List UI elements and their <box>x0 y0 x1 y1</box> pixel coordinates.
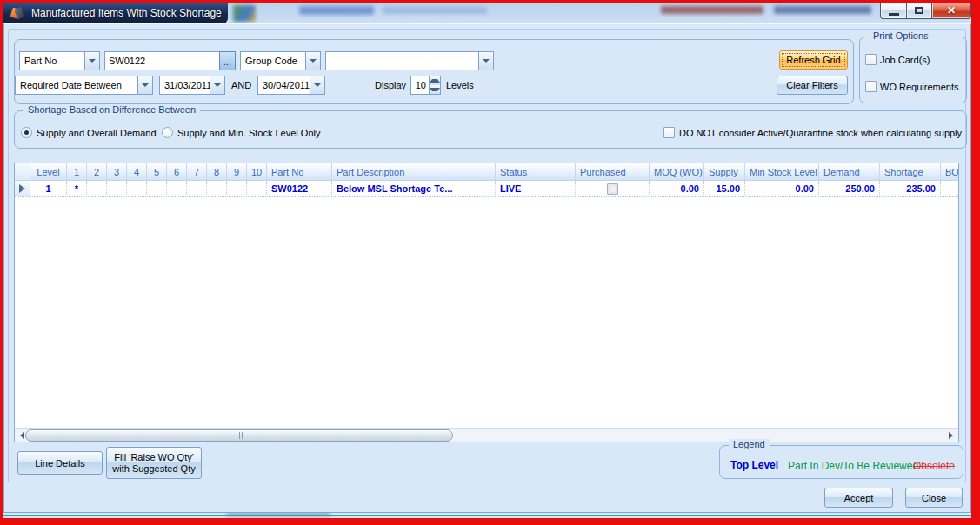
close-button[interactable]: ✕ <box>932 3 971 19</box>
dropdown-arrow-icon[interactable] <box>478 52 493 70</box>
group-code-value-combo[interactable] <box>325 51 494 70</box>
grid-header[interactable]: 7 <box>187 163 207 180</box>
grid-header[interactable]: 8 <box>207 163 227 180</box>
levels-stepper[interactable]: 10 <box>410 76 441 95</box>
ignore-active-quarantine-label[interactable]: DO NOT consider Active/Quarantine stock … <box>679 128 962 138</box>
dropdown-arrow-icon[interactable] <box>84 52 99 70</box>
grid-header[interactable]: 10 <box>247 163 267 180</box>
grid-header[interactable]: 9 <box>227 163 247 180</box>
part-no-input[interactable] <box>104 51 220 70</box>
fill-raise-wo-qty-button[interactable]: Fill 'Raise WO Qty' with Suggested Qty <box>106 447 202 479</box>
date-from-value: 31/03/2011 <box>160 80 210 90</box>
job-cards-label[interactable]: Job Card(s) <box>880 55 930 65</box>
job-cards-checkbox[interactable] <box>865 54 877 65</box>
cell-level6[interactable] <box>167 181 187 196</box>
spinner-up-icon[interactable] <box>430 76 440 85</box>
cell-demand[interactable]: 250.00 <box>819 181 880 196</box>
grid-header[interactable]: Status <box>496 163 576 180</box>
dropdown-arrow-icon[interactable] <box>137 76 152 94</box>
line-details-button[interactable]: Line Details <box>17 451 103 475</box>
date-from-picker[interactable]: 31/03/2011 <box>159 76 225 95</box>
cell-level1[interactable]: * <box>67 181 87 196</box>
print-options-groupbox: Print Options <box>859 37 967 103</box>
accept-button[interactable]: Accept <box>824 488 893 508</box>
cell-min-stock-level[interactable]: 0.00 <box>745 181 819 196</box>
dropdown-arrow-icon[interactable] <box>305 52 320 70</box>
cell-level7[interactable] <box>187 181 207 196</box>
legend-top-level: Top Level <box>730 459 778 471</box>
grid-header[interactable]: Shortage <box>880 163 941 180</box>
grid-header[interactable]: MOQ (WO) <box>650 163 704 180</box>
scroll-right-button[interactable] <box>943 429 958 442</box>
maximize-button[interactable] <box>907 3 932 19</box>
grid-header[interactable]: 5 <box>147 163 167 180</box>
supply-msl-only-label[interactable]: Supply and Min. Stock Level Only <box>177 128 320 138</box>
grid-header[interactable]: 6 <box>167 163 187 180</box>
grid-header[interactable]: Part Description <box>332 163 496 180</box>
cell-level2[interactable] <box>87 181 107 196</box>
wo-requirements-checkbox[interactable] <box>865 81 877 92</box>
row-selector[interactable] <box>15 181 30 196</box>
dropdown-arrow-icon[interactable] <box>210 76 224 94</box>
grid-header[interactable]: 4 <box>127 163 147 180</box>
cell-level5[interactable] <box>147 181 167 196</box>
spinner-down-icon[interactable] <box>430 85 440 94</box>
app-icon <box>10 7 24 20</box>
horizontal-scrollbar[interactable] <box>15 428 958 442</box>
purchased-checkbox[interactable] <box>607 183 618 195</box>
levels-value: 10 <box>411 76 429 94</box>
date-field-value: Required Date Between <box>16 80 137 90</box>
scrollbar-thumb[interactable] <box>25 429 453 442</box>
cell-purchased[interactable] <box>576 181 650 196</box>
part-no-browse-button[interactable]: ... <box>219 51 236 70</box>
screen: Manufactured Items With Stock Shortage ✕… <box>0 0 980 525</box>
cell-level10[interactable] <box>247 181 267 196</box>
clear-filters-button[interactable]: Clear Filters <box>777 76 848 95</box>
titlebar[interactable]: Manufactured Items With Stock Shortage <box>3 3 228 23</box>
shortage-grid[interactable]: Level 1 2 3 4 5 6 7 8 9 10 Part No Part … <box>14 163 959 442</box>
filter-field2-combo[interactable]: Group Code <box>240 51 321 70</box>
cell-shortage[interactable]: 235.00 <box>880 181 941 196</box>
legend-obsolete: Obsolete <box>913 460 955 472</box>
minimize-button[interactable] <box>880 3 907 19</box>
cell-supply[interactable]: 15.00 <box>704 181 745 196</box>
wo-requirements-label[interactable]: WO Requirements <box>880 82 958 92</box>
close-icon: ✕ <box>947 4 956 17</box>
date-to-picker[interactable]: 30/04/2011 <box>257 76 325 95</box>
cell-moq[interactable]: 0.00 <box>650 181 704 196</box>
supply-overall-demand-radio[interactable] <box>21 127 32 138</box>
filter-field1-value: Part No <box>20 56 84 66</box>
cell-level3[interactable] <box>107 181 127 196</box>
grid-header[interactable]: BO <box>941 163 959 180</box>
grid-data-row[interactable]: 1 * SW0122 Below MSL Shortage Te... LIVE… <box>15 181 959 197</box>
ignore-active-quarantine-checkbox[interactable] <box>663 127 675 138</box>
cell-status[interactable]: LIVE <box>496 181 576 196</box>
cell-part-description[interactable]: Below MSL Shortage Te... <box>332 181 496 196</box>
legend-title: Legend <box>729 439 770 449</box>
supply-msl-only-radio[interactable] <box>162 127 173 138</box>
grid-header[interactable]: Demand <box>819 163 880 180</box>
background-blur-text1 <box>661 6 763 14</box>
shortage-basis-title: Shortage Based on Difference Between <box>23 104 200 115</box>
scroll-right-icon <box>949 432 953 439</box>
grid-header[interactable]: Supply <box>704 163 745 180</box>
close-dialog-button[interactable]: Close <box>905 488 963 508</box>
grid-header[interactable]: Part No <box>267 163 332 180</box>
grid-header[interactable]: 2 <box>87 163 107 180</box>
refresh-grid-button[interactable]: Refresh Grid <box>779 50 848 70</box>
dropdown-arrow-icon[interactable] <box>310 76 324 94</box>
cell-level9[interactable] <box>227 181 247 196</box>
grid-header[interactable]: Purchased <box>576 163 650 180</box>
cell-level4[interactable] <box>127 181 147 196</box>
grid-header[interactable]: Level <box>30 163 67 180</box>
supply-overall-demand-label[interactable]: Supply and Overall Demand <box>37 128 157 138</box>
cell-bo[interactable] <box>941 181 959 196</box>
grid-header[interactable]: 3 <box>107 163 127 180</box>
grid-header[interactable]: 1 <box>67 163 87 180</box>
filter-field1-combo[interactable]: Part No <box>19 51 100 70</box>
date-field-combo[interactable]: Required Date Between <box>15 76 153 95</box>
cell-part-no[interactable]: SW0122 <box>267 181 332 196</box>
cell-level[interactable]: 1 <box>30 181 67 196</box>
grid-header[interactable]: Min Stock Level <box>745 163 819 180</box>
cell-level8[interactable] <box>207 181 227 196</box>
